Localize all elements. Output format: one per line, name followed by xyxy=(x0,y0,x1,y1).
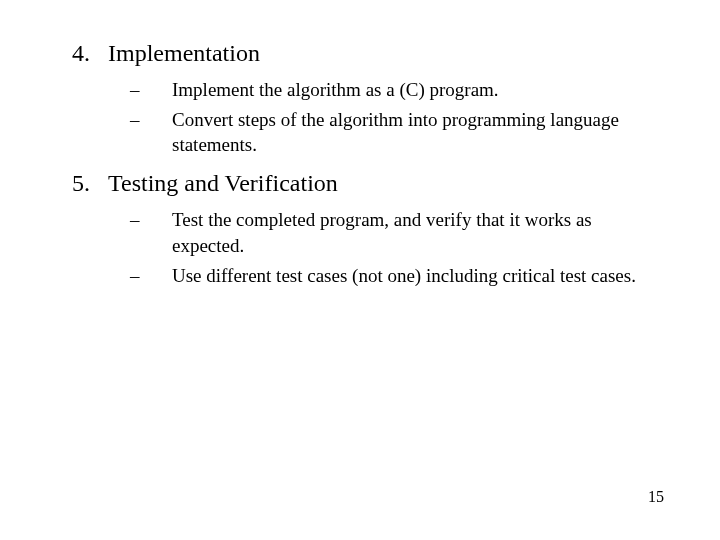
dash-icon: – xyxy=(130,77,156,103)
item-heading: 5. Testing and Verification xyxy=(50,168,670,199)
page-number: 15 xyxy=(648,488,664,506)
list-item: 4. Implementation – Implement the algori… xyxy=(50,38,670,158)
dash-icon: – xyxy=(130,207,156,233)
dash-icon: – xyxy=(130,263,156,289)
sub-list: – Test the completed program, and verify… xyxy=(130,207,670,288)
item-number: 5. xyxy=(50,168,90,199)
sub-item: – Test the completed program, and verify… xyxy=(130,207,670,258)
sub-text: Use different test cases (not one) inclu… xyxy=(172,263,636,289)
dash-icon: – xyxy=(130,107,156,133)
slide-body: 4. Implementation – Implement the algori… xyxy=(0,0,720,288)
item-title: Implementation xyxy=(108,38,260,69)
sub-item: – Use different test cases (not one) inc… xyxy=(130,263,670,289)
item-number: 4. xyxy=(50,38,90,69)
sub-item: – Implement the algorithm as a (C) progr… xyxy=(130,77,670,103)
sub-text: Convert steps of the algorithm into prog… xyxy=(172,107,652,158)
list-item: 5. Testing and Verification – Test the c… xyxy=(50,168,670,288)
sub-list: – Implement the algorithm as a (C) progr… xyxy=(130,77,670,158)
sub-text: Implement the algorithm as a (C) program… xyxy=(172,77,499,103)
item-heading: 4. Implementation xyxy=(50,38,670,69)
sub-text: Test the completed program, and verify t… xyxy=(172,207,652,258)
sub-item: – Convert steps of the algorithm into pr… xyxy=(130,107,670,158)
item-title: Testing and Verification xyxy=(108,168,338,199)
